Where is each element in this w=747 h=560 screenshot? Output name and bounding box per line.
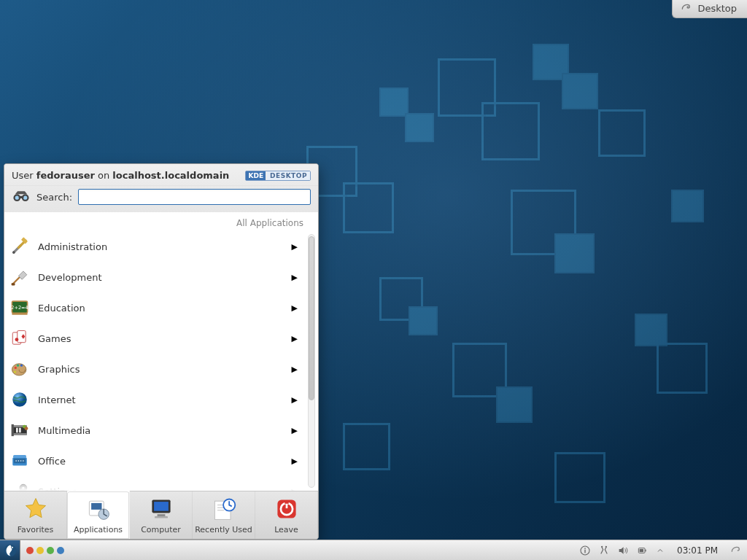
- breadcrumb[interactable]: All Applications: [4, 212, 318, 231]
- chevron-right-icon: ▶: [292, 365, 298, 374]
- star-icon: [23, 496, 49, 522]
- tray-expand-icon[interactable]: [655, 545, 665, 556]
- cashew-taskbar-icon[interactable]: [729, 545, 741, 556]
- system-tray: 03:01 PM: [573, 545, 747, 556]
- category-label: Games: [38, 333, 71, 344]
- chevron-right-icon: ▶: [292, 334, 298, 343]
- application-categories-list: Administration▶Development▶2+2=4Educatio…: [4, 231, 318, 491]
- category-administration[interactable]: Administration▶: [4, 231, 305, 262]
- workspace-pager[interactable]: [20, 547, 70, 554]
- scrollbar[interactable]: [308, 234, 315, 488]
- svg-rect-41: [154, 502, 169, 511]
- tab-label: Recently Used: [195, 525, 252, 534]
- desktop-toolbox-label: Desktop: [697, 3, 737, 14]
- leave-icon: [274, 496, 300, 522]
- category-label: Graphics: [38, 364, 80, 375]
- tab-leave[interactable]: Leave: [255, 491, 318, 539]
- svg-rect-4: [19, 196, 24, 198]
- tab-computer[interactable]: Computer: [130, 491, 193, 539]
- workspace-4[interactable]: [57, 547, 64, 554]
- chevron-right-icon: ▶: [292, 303, 298, 313]
- category-office[interactable]: Office▶: [4, 446, 305, 476]
- chevron-right-icon: ▶: [292, 487, 298, 491]
- desktop-toolbox[interactable]: Desktop: [672, 0, 747, 18]
- category-multimedia[interactable]: Multimedia▶: [4, 415, 305, 446]
- tab-favorites[interactable]: Favorites: [4, 491, 67, 539]
- category-label: Administration: [38, 241, 107, 252]
- svg-rect-11: [12, 313, 27, 314]
- svg-point-17: [20, 365, 23, 367]
- chevron-right-icon: ▶: [292, 426, 298, 435]
- svg-rect-38: [91, 503, 101, 510]
- start-button[interactable]: [0, 540, 20, 561]
- games-icon: [10, 329, 29, 348]
- multimedia-icon: [10, 421, 29, 440]
- clock[interactable]: 03:01 PM: [673, 545, 722, 556]
- svg-point-6: [12, 251, 15, 254]
- svg-point-54: [584, 548, 586, 549]
- svg-point-16: [17, 365, 19, 367]
- tab-applications[interactable]: Applications: [67, 491, 130, 539]
- svg-rect-43: [155, 516, 168, 518]
- category-label: Education: [38, 303, 85, 314]
- search-input[interactable]: [78, 189, 311, 205]
- tab-recently-used[interactable]: Recently Used: [193, 491, 255, 539]
- category-education[interactable]: 2+2=4Education▶: [4, 292, 305, 323]
- kickoff-search-row: Search:: [4, 186, 318, 212]
- category-graphics[interactable]: Graphics▶: [4, 354, 305, 384]
- category-development[interactable]: Development▶: [4, 262, 305, 292]
- svg-rect-42: [157, 514, 165, 516]
- svg-point-33: [20, 460, 22, 462]
- recent-icon: [211, 496, 237, 522]
- taskbar: 03:01 PM: [0, 540, 747, 560]
- workspace-2[interactable]: [36, 547, 44, 554]
- svg-rect-55: [584, 549, 585, 553]
- category-label: Office: [38, 456, 66, 467]
- battery-icon[interactable]: [636, 545, 648, 556]
- category-label: Development: [38, 272, 102, 283]
- clipboard-icon[interactable]: [598, 545, 610, 556]
- category-label: Multimedia: [38, 425, 90, 436]
- svg-text:2+2=4: 2+2=4: [11, 305, 28, 311]
- svg-point-56: [601, 545, 603, 547]
- kde-desktop-badge: KDEDESKTOP: [245, 171, 311, 181]
- settings-icon: [10, 482, 29, 491]
- kickoff-menu: User fedorauser on localhost.localdomain…: [4, 163, 319, 540]
- svg-point-52: [11, 546, 12, 548]
- kickoff-header: User fedorauser on localhost.localdomain…: [4, 164, 318, 186]
- svg-point-32: [18, 460, 20, 462]
- apps-icon: [85, 496, 112, 522]
- kickoff-tabs: FavoritesApplicationsComputerRecently Us…: [4, 491, 318, 539]
- svg-point-36: [22, 487, 24, 489]
- workspace-1[interactable]: [26, 547, 34, 554]
- info-icon[interactable]: [579, 545, 591, 556]
- edu-icon: 2+2=4: [10, 298, 29, 317]
- kickoff-user-line: User fedorauser on localhost.localdomain: [12, 170, 229, 181]
- tab-label: Leave: [274, 525, 298, 534]
- binoculars-icon: [12, 189, 31, 205]
- chevron-right-icon: ▶: [292, 456, 298, 466]
- chevron-right-icon: ▶: [292, 273, 298, 282]
- scrollbar-thumb[interactable]: [309, 236, 314, 400]
- category-settings[interactable]: Settings▶: [4, 476, 305, 491]
- category-label: Internet: [38, 394, 76, 405]
- svg-point-31: [15, 460, 17, 462]
- workspace-3[interactable]: [47, 547, 54, 554]
- svg-rect-49: [285, 501, 288, 504]
- svg-rect-59: [645, 549, 646, 551]
- category-internet[interactable]: Internet▶: [4, 384, 305, 415]
- svg-point-2: [15, 196, 19, 200]
- sound-icon[interactable]: [617, 545, 629, 556]
- chevron-right-icon: ▶: [292, 242, 298, 252]
- category-games[interactable]: Games▶: [4, 323, 305, 354]
- chevron-right-icon: ▶: [292, 395, 298, 405]
- svg-rect-27: [19, 428, 20, 433]
- search-label: Search:: [36, 192, 72, 203]
- svg-point-18: [14, 370, 16, 373]
- svg-rect-30: [13, 455, 26, 458]
- cashew-icon: [680, 2, 692, 14]
- category-label: Settings: [38, 486, 77, 491]
- tab-label: Favorites: [18, 525, 54, 534]
- svg-point-19: [12, 392, 27, 407]
- svg-rect-26: [16, 428, 18, 433]
